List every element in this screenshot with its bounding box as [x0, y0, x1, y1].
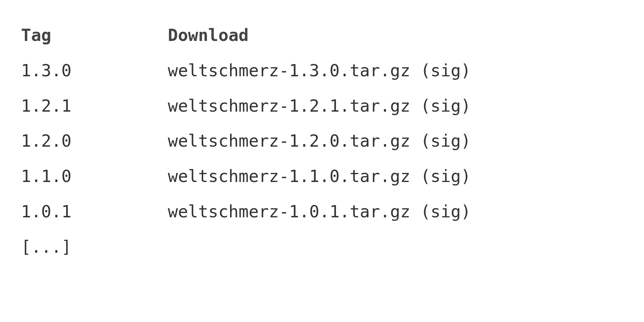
- sig-close: ): [461, 96, 471, 115]
- sig-close: ): [461, 202, 471, 221]
- header-download: Download: [168, 18, 471, 53]
- tag-cell: 1.3.0: [21, 53, 168, 88]
- download-cell: weltschmerz-1.2.0.tar.gz (sig): [168, 123, 471, 159]
- table-row: 1.2.0 weltschmerz-1.2.0.tar.gz (sig): [21, 123, 471, 159]
- download-file-link[interactable]: weltschmerz-1.2.1.tar.gz: [168, 96, 410, 115]
- download-cell: weltschmerz-1.2.1.tar.gz (sig): [168, 88, 471, 124]
- table-row: 1.3.0 weltschmerz-1.3.0.tar.gz (sig): [21, 53, 471, 88]
- tag-link[interactable]: 1.3.0: [21, 61, 72, 80]
- tag-cell: 1.1.0: [21, 159, 168, 194]
- sig-link[interactable]: sig: [430, 202, 461, 221]
- download-file-link[interactable]: weltschmerz-1.2.0.tar.gz: [168, 131, 410, 150]
- sig-link[interactable]: sig: [430, 131, 461, 150]
- tag-link[interactable]: 1.2.0: [21, 131, 72, 150]
- sig-close: ): [461, 166, 471, 186]
- sig-close: ): [461, 61, 471, 80]
- sig-open: (: [410, 61, 431, 80]
- download-cell: weltschmerz-1.3.0.tar.gz (sig): [168, 53, 471, 88]
- tags-table: Tag Download 1.3.0 weltschmerz-1.3.0.tar…: [21, 18, 471, 265]
- empty-cell: [168, 229, 471, 265]
- sig-close: ): [461, 131, 471, 150]
- ellipsis-cell: [...]: [21, 229, 168, 265]
- download-file-link[interactable]: weltschmerz-1.1.0.tar.gz: [168, 166, 410, 186]
- tag-link[interactable]: 1.1.0: [21, 166, 72, 186]
- sig-open: (: [410, 166, 431, 186]
- table-row: 1.2.1 weltschmerz-1.2.1.tar.gz (sig): [21, 88, 471, 124]
- sig-open: (: [410, 131, 431, 150]
- tag-cell: 1.2.0: [21, 123, 168, 159]
- table-row: 1.1.0 weltschmerz-1.1.0.tar.gz (sig): [21, 159, 471, 194]
- download-cell: weltschmerz-1.1.0.tar.gz (sig): [168, 159, 471, 194]
- sig-link[interactable]: sig: [430, 61, 461, 80]
- sig-link[interactable]: sig: [430, 96, 461, 115]
- tag-cell: 1.0.1: [21, 194, 168, 229]
- tag-link[interactable]: 1.0.1: [21, 202, 72, 221]
- table-row: 1.0.1 weltschmerz-1.0.1.tar.gz (sig): [21, 194, 471, 229]
- header-tag: Tag: [21, 18, 168, 53]
- download-file-link[interactable]: weltschmerz-1.3.0.tar.gz: [168, 61, 410, 80]
- download-file-link[interactable]: weltschmerz-1.0.1.tar.gz: [168, 202, 410, 221]
- ellipsis-row: [...]: [21, 229, 471, 265]
- table-header-row: Tag Download: [21, 18, 471, 53]
- tag-cell: 1.2.1: [21, 88, 168, 124]
- download-cell: weltschmerz-1.0.1.tar.gz (sig): [168, 194, 471, 229]
- sig-link[interactable]: sig: [430, 166, 461, 186]
- ellipsis-link[interactable]: [...]: [21, 237, 72, 257]
- sig-open: (: [410, 96, 431, 115]
- tag-link[interactable]: 1.2.1: [21, 96, 72, 115]
- sig-open: (: [410, 202, 431, 221]
